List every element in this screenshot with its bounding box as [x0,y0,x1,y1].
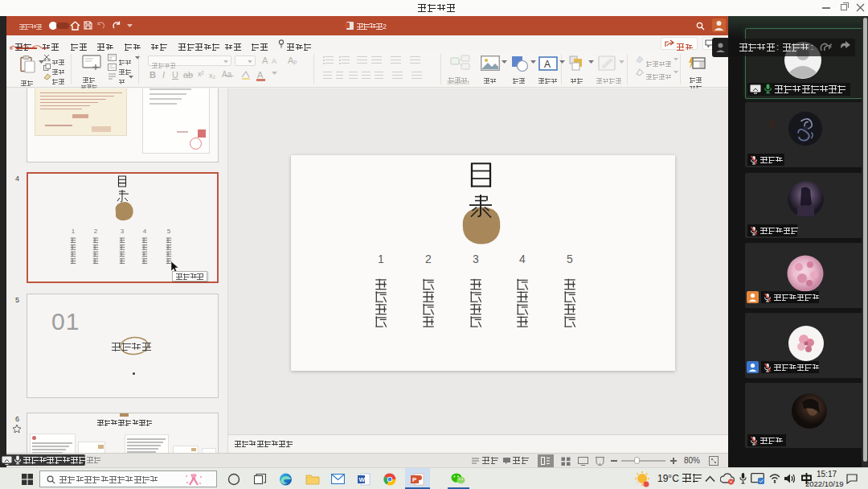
svg-text:5: 5 [567,253,573,265]
svg-text:1: 1 [378,253,384,265]
svg-text:W: W [359,476,366,483]
svg-text:4: 4 [519,253,526,265]
svg-text:P: P [412,476,417,483]
svg-text:1: 1 [72,228,76,235]
svg-text:3: 3 [473,253,479,265]
svg-text:3: 3 [121,228,125,235]
svg-text:5: 5 [167,228,171,235]
svg-text:2: 2 [425,253,432,265]
svg-text:A: A [544,59,551,70]
svg-text:2: 2 [94,228,98,235]
svg-text:4: 4 [143,228,147,235]
